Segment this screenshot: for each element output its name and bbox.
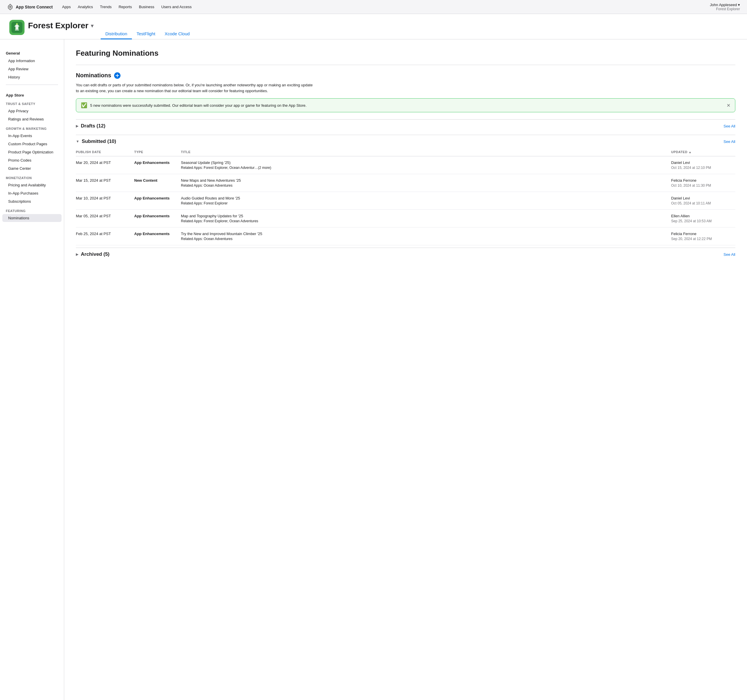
- user-app-name: Forest Explorer: [710, 7, 740, 11]
- cell-title-0: Seasonal Update (Spring '25): [181, 160, 671, 165]
- brand-icon: ✦: [7, 4, 14, 10]
- sidebar-item-app-review[interactable]: App Review: [2, 65, 62, 73]
- sidebar-item-history[interactable]: History: [2, 73, 62, 81]
- cell-date-4: Feb 25, 2024 at PST: [76, 232, 134, 236]
- app-dropdown-chevron[interactable]: ▾: [91, 22, 94, 29]
- submitted-chevron: ▼: [76, 139, 79, 143]
- drafts-see-all[interactable]: See All: [724, 124, 735, 128]
- archived-header[interactable]: ▶ Archived (5) See All: [76, 248, 735, 261]
- cell-date-3: Mar 05, 2024 at PST: [76, 214, 134, 218]
- nav-apps[interactable]: Apps: [62, 5, 71, 9]
- sidebar-item-custom-product-pages[interactable]: Custom Product Pages: [2, 140, 62, 148]
- cell-type-0: App Enhancements: [134, 160, 181, 165]
- sidebar-item-pricing-availability[interactable]: Pricing and Availability: [2, 181, 62, 189]
- drafts-header[interactable]: ▶ Drafts (12) See All: [76, 119, 735, 133]
- tab-testflight[interactable]: TestFlight: [132, 29, 160, 39]
- tab-distribution[interactable]: Distribution: [101, 29, 132, 39]
- nominations-section-title: Nominations: [76, 72, 111, 79]
- top-nav: ✦ App Store Connect Apps Analytics Trend…: [0, 0, 747, 14]
- nav-users-access[interactable]: Users and Access: [161, 5, 192, 9]
- page-title: Featuring Nominations: [76, 49, 735, 58]
- archived-title-area: ▶ Archived (5): [76, 251, 109, 257]
- cell-related-2: Related Apps: Forest Explorer: [181, 201, 671, 205]
- submitted-header[interactable]: ▼ Submitted (10) See All: [76, 135, 735, 148]
- cell-updated-area-0: Daniel Levi Oct 15, 2024 at 12:10 PM: [671, 160, 735, 170]
- main-layout: General App Information App Review Histo…: [0, 39, 747, 700]
- submitted-see-all[interactable]: See All: [724, 139, 735, 144]
- cell-updater-0: Daniel Levi: [671, 160, 735, 165]
- top-nav-links: Apps Analytics Trends Reports Business U…: [62, 5, 192, 9]
- svg-text:✦: ✦: [9, 6, 11, 9]
- app-icon-svg: [11, 22, 23, 33]
- cell-updated-time-3: Sep 25, 2024 at 10:53 AM: [671, 219, 735, 223]
- app-header: Forest Explorer ▾ Distribution TestFligh…: [0, 14, 747, 39]
- cell-related-0: Related Apps: Forest Explorer, Ocean Adv…: [181, 166, 671, 170]
- archived-see-all[interactable]: See All: [724, 252, 735, 256]
- submitted-section: ▼ Submitted (10) See All PUBLISH DATE TY…: [76, 135, 735, 245]
- cell-title-area-4: Try the New and Improved Mountain Climbe…: [181, 232, 671, 241]
- user-menu[interactable]: John Appleseed ▾ Forest Explorer: [710, 3, 740, 11]
- cell-updated-area-1: Felicia Ferrone Oct 10, 2024 at 11:30 PM: [671, 178, 735, 187]
- tab-xcode-cloud[interactable]: Xcode Cloud: [160, 29, 194, 39]
- cell-updated-area-4: Felicia Ferrone Sep 20, 2024 at 12:22 PM: [671, 232, 735, 241]
- sidebar-trust-safety-title: TRUST & SAFETY: [0, 99, 64, 107]
- success-banner-close[interactable]: ✕: [727, 103, 730, 108]
- cell-updated-time-4: Sep 20, 2024 at 12:22 PM: [671, 237, 735, 241]
- cell-updated-area-3: Ellen Allien Sep 25, 2024 at 10:53 AM: [671, 214, 735, 223]
- svg-point-2: [16, 23, 18, 25]
- drafts-title: Drafts (12): [81, 123, 105, 129]
- sidebar: General App Information App Review Histo…: [0, 39, 64, 700]
- cell-updater-3: Ellen Allien: [671, 214, 735, 218]
- col-type: TYPE: [134, 150, 181, 154]
- cell-title-area-2: Audio Guided Routes and More '25 Related…: [181, 196, 671, 205]
- sidebar-divider-1: [6, 84, 58, 85]
- sidebar-item-in-app-purchases[interactable]: In-App Purchases: [2, 189, 62, 197]
- sidebar-item-app-privacy[interactable]: App Privacy: [2, 107, 62, 115]
- drafts-section: ▶ Drafts (12) See All: [76, 119, 735, 133]
- nav-trends[interactable]: Trends: [100, 5, 112, 9]
- col-updated[interactable]: UPDATED ▲: [671, 150, 735, 154]
- nav-business[interactable]: Business: [139, 5, 154, 9]
- sidebar-item-product-page-optimization[interactable]: Product Page Optimization: [2, 148, 62, 156]
- add-nomination-button[interactable]: [114, 72, 121, 79]
- sidebar-item-game-center[interactable]: Game Center: [2, 164, 62, 172]
- top-nav-left: ✦ App Store Connect Apps Analytics Trend…: [7, 4, 192, 10]
- cell-updater-1: Felicia Ferrone: [671, 178, 735, 183]
- col-title: TITLE: [181, 150, 671, 154]
- col-publish-date: PUBLISH DATE: [76, 150, 134, 154]
- cell-title-area-3: Map and Topography Updates for '25 Relat…: [181, 214, 671, 223]
- app-icon: [9, 20, 24, 35]
- drafts-chevron: ▶: [76, 124, 79, 128]
- cell-related-3: Related Apps: Forest Explorer, Ocean Adv…: [181, 219, 671, 223]
- archived-section: ▶ Archived (5) See All: [76, 247, 735, 261]
- cell-date-1: Mar 15, 2024 at PST: [76, 178, 134, 183]
- nominations-description: You can edit drafts or parts of your sub…: [76, 82, 315, 94]
- content-divider: [76, 65, 735, 65]
- app-title: Forest Explorer: [28, 21, 88, 30]
- nav-reports[interactable]: Reports: [118, 5, 132, 9]
- nav-analytics[interactable]: Analytics: [78, 5, 93, 9]
- sidebar-item-subscriptions[interactable]: Subscriptions: [2, 198, 62, 205]
- main-content: Featuring Nominations Nominations You ca…: [64, 39, 747, 700]
- sidebar-featuring-title: FEATURING: [0, 206, 64, 214]
- user-name: John Appleseed ▾: [710, 3, 740, 7]
- sidebar-item-in-app-events[interactable]: In-App Events: [2, 132, 62, 140]
- app-tabs: Distribution TestFlight Xcode Cloud: [101, 29, 194, 39]
- cell-title-area-0: Seasonal Update (Spring '25) Related App…: [181, 160, 671, 170]
- cell-updated-time-1: Oct 10, 2024 at 11:30 PM: [671, 184, 735, 187]
- submitted-table: PUBLISH DATE TYPE TITLE UPDATED ▲ Mar 20…: [76, 148, 735, 245]
- sidebar-growth-marketing-title: GROWTH & MARKETING: [0, 124, 64, 131]
- sidebar-item-promo-codes[interactable]: Promo Codes: [2, 156, 62, 164]
- cell-updated-time-2: Oct 05, 2024 at 10:11 AM: [671, 201, 735, 205]
- success-banner-content: ✅ 5 new nominations were successfully su…: [81, 102, 306, 109]
- table-header: PUBLISH DATE TYPE TITLE UPDATED ▲: [76, 148, 735, 156]
- sidebar-item-nominations[interactable]: Nominations: [2, 214, 62, 222]
- app-title-area: Forest Explorer ▾: [28, 21, 94, 30]
- cell-date-0: Mar 20, 2024 at PST: [76, 160, 134, 165]
- drafts-title-area: ▶ Drafts (12): [76, 123, 105, 129]
- sidebar-item-ratings-reviews[interactable]: Ratings and Reviews: [2, 115, 62, 123]
- nominations-header: Nominations: [76, 72, 735, 79]
- cell-type-3: App Enhancements: [134, 214, 181, 218]
- table-row: Mar 10, 2024 at PST App Enhancements Aud…: [76, 192, 735, 210]
- sidebar-item-app-information[interactable]: App Information: [2, 57, 62, 65]
